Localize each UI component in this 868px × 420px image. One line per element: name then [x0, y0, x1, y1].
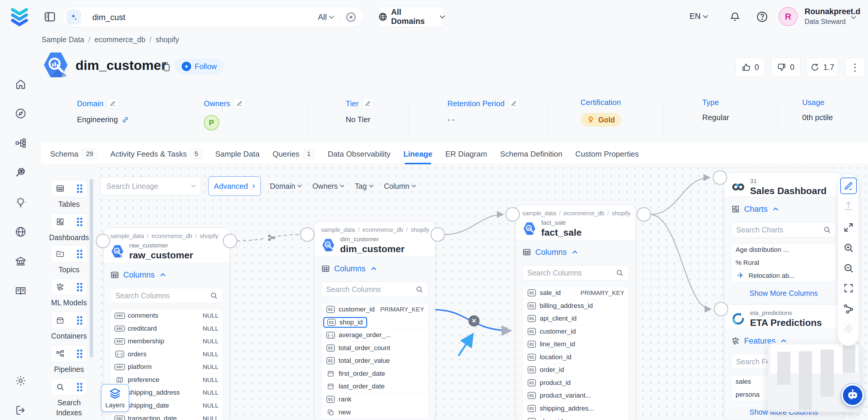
- rail-data-quality-icon[interactable]: [15, 167, 27, 178]
- clear-search-icon[interactable]: [345, 11, 356, 23]
- column-row-platform[interactable]: ABCplatformNULL: [111, 361, 223, 374]
- column-row-rural[interactable]: % Rural: [732, 257, 836, 270]
- palette-ml-models[interactable]: [51, 278, 87, 296]
- column-row-average-order[interactable]: [··]average_order_...: [321, 329, 428, 342]
- column-row-total-order-value[interactable]: 01total_order_value: [321, 355, 428, 367]
- breadcrumb-item[interactable]: shopify: [156, 35, 179, 44]
- tab-activity-feeds-tasks[interactable]: Activity Feeds & Tasks5: [110, 146, 202, 162]
- column-row-orders[interactable]: [··]ordersNULL: [111, 348, 223, 361]
- rail-domains-icon[interactable]: [15, 226, 27, 238]
- user-menu-caret[interactable]: [852, 14, 855, 20]
- tab-schema[interactable]: Schema29: [50, 146, 97, 162]
- column-row-api-client-id[interactable]: 01api_client_id: [523, 312, 628, 325]
- rail-governance-icon[interactable]: [15, 256, 27, 267]
- delete-edge-button[interactable]: ✕: [468, 315, 479, 327]
- zoom-out-button[interactable]: [843, 262, 855, 274]
- zoom-in-button[interactable]: [843, 242, 855, 253]
- copy-name-icon[interactable]: [160, 61, 172, 72]
- column-row-new[interactable]: new: [321, 406, 428, 419]
- chevron-up-icon[interactable]: [772, 205, 779, 213]
- search-input[interactable]: dim_cust: [92, 13, 125, 22]
- section-toggle[interactable]: Columns: [123, 270, 155, 280]
- node-search-input[interactable]: Search Charts: [731, 222, 836, 237]
- chat-assistant-button[interactable]: [841, 384, 864, 407]
- tab-queries[interactable]: Queries1: [273, 146, 315, 162]
- layers-button[interactable]: Layers: [101, 384, 129, 412]
- downvote-button[interactable]: 0: [771, 58, 801, 77]
- edit-pencil-button[interactable]: [508, 98, 519, 109]
- tab-data-observability[interactable]: Data Observability: [328, 146, 390, 162]
- column-row-location-id[interactable]: 01location_id: [523, 351, 628, 364]
- owner-avatar[interactable]: P: [204, 115, 219, 130]
- fit-view-button[interactable]: [843, 282, 855, 294]
- expand-button[interactable]: [843, 221, 855, 233]
- column-row-order-id[interactable]: 01order_id: [523, 364, 628, 377]
- column-row-total-order-count[interactable]: 01total_order_count: [321, 342, 428, 355]
- global-search[interactable]: dim_cust All: [62, 6, 363, 27]
- column-row-customer-id[interactable]: 01customer_idPRIMARY_KEY: [321, 303, 428, 316]
- palette-pipelines[interactable]: [51, 345, 87, 362]
- drag-handle-icon[interactable]: [77, 350, 82, 358]
- app-logo-icon[interactable]: [10, 6, 29, 27]
- column-row-shop-id[interactable]: 01shop_id: [321, 316, 428, 329]
- node-search-input[interactable]: Search Columns: [522, 265, 629, 280]
- palette-scrollbar[interactable]: [90, 179, 93, 357]
- all-domains-button[interactable]: All Domains: [378, 6, 444, 27]
- column-row-product-id[interactable]: 01product_id: [523, 377, 628, 390]
- palette-tables[interactable]: [51, 180, 87, 197]
- domain-link-icon[interactable]: [122, 116, 129, 124]
- rail-settings-icon[interactable]: [15, 375, 27, 387]
- rail-glossary-icon[interactable]: [15, 285, 27, 297]
- section-toggle[interactable]: Charts: [744, 205, 768, 214]
- breadcrumb-item[interactable]: ecommerce_db: [94, 35, 145, 44]
- meta-value[interactable]: Engineering: [77, 115, 118, 124]
- follow-button[interactable]: ★Follow: [175, 58, 224, 74]
- column-row-relocation-ab[interactable]: ✈Relocation ab...: [732, 269, 836, 282]
- column-row-first-order-date[interactable]: first_order_date: [321, 367, 428, 381]
- chevron-up-icon[interactable]: [370, 265, 377, 272]
- drag-handle-icon[interactable]: [77, 250, 82, 258]
- drag-handle-icon[interactable]: [77, 383, 82, 391]
- filter-column-dropdown[interactable]: Column: [384, 182, 415, 190]
- column-row-creditcard[interactable]: ABCcreditcardNULL: [111, 322, 223, 335]
- rail-insights-icon[interactable]: [15, 197, 27, 208]
- rail-lineage-icon[interactable]: [15, 137, 27, 149]
- show-more-columns-link[interactable]: Show More Columns: [731, 289, 836, 298]
- edit-pencil-button[interactable]: [362, 98, 373, 109]
- avatar[interactable]: R: [779, 7, 798, 26]
- breadcrumb-item[interactable]: Sample Data: [41, 35, 84, 44]
- notifications-bell-icon[interactable]: [730, 11, 741, 22]
- palette-topics[interactable]: [51, 245, 87, 263]
- column-row-customer-id[interactable]: 01customer_id: [523, 325, 628, 338]
- advanced-search-button[interactable]: Advanced›: [208, 176, 261, 196]
- drag-handle-icon[interactable]: [77, 218, 82, 226]
- column-row-shipping-addres[interactable]: 01shipping_addres...: [523, 402, 628, 415]
- filter-domain-dropdown[interactable]: Domain: [270, 182, 301, 190]
- rail-home-icon[interactable]: [15, 78, 27, 90]
- filter-tag-dropdown[interactable]: Tag: [355, 182, 373, 190]
- column-row-membership[interactable]: ABCmembershipNULL: [111, 335, 223, 348]
- tab-sample-data[interactable]: Sample Data: [215, 146, 259, 162]
- drag-handle-icon[interactable]: [77, 316, 82, 325]
- column-row-transaction-date[interactable]: ABCtransaction_dateNULL: [111, 412, 223, 420]
- edit-pencil-button[interactable]: [234, 98, 245, 109]
- node-search-input[interactable]: Search Columns: [110, 288, 223, 303]
- rail-logout-icon[interactable]: [15, 404, 27, 416]
- column-row-rank[interactable]: 01rank: [321, 393, 428, 406]
- chevron-up-icon[interactable]: [159, 271, 167, 279]
- lineage-node-fact_sale[interactable]: sample_data/ecommerce_db/shopify fact_sa…: [516, 205, 636, 420]
- column-row-billing-address-id[interactable]: 01billing_address_id: [523, 300, 628, 313]
- column-row-preference[interactable]: preferenceNULL: [111, 374, 223, 387]
- column-row-comments[interactable]: ABCcommentsNULL: [111, 309, 223, 322]
- chevron-up-icon[interactable]: [571, 248, 579, 256]
- column-row-line-item-id[interactable]: 01line_item_id: [523, 338, 628, 351]
- tab-lineage[interactable]: Lineage: [403, 146, 432, 162]
- palette-search-indexes[interactable]: [51, 379, 87, 395]
- palette-containers[interactable]: [51, 312, 87, 329]
- version-button[interactable]: 1.7: [806, 58, 838, 77]
- filter-owners-dropdown[interactable]: Owners: [312, 182, 344, 190]
- column-row-product-variant[interactable]: 01product_variant...: [523, 389, 628, 402]
- edit-lineage-button[interactable]: [840, 178, 857, 194]
- sidebar-toggle-icon[interactable]: [44, 11, 56, 23]
- rail-explore-icon[interactable]: [15, 108, 27, 119]
